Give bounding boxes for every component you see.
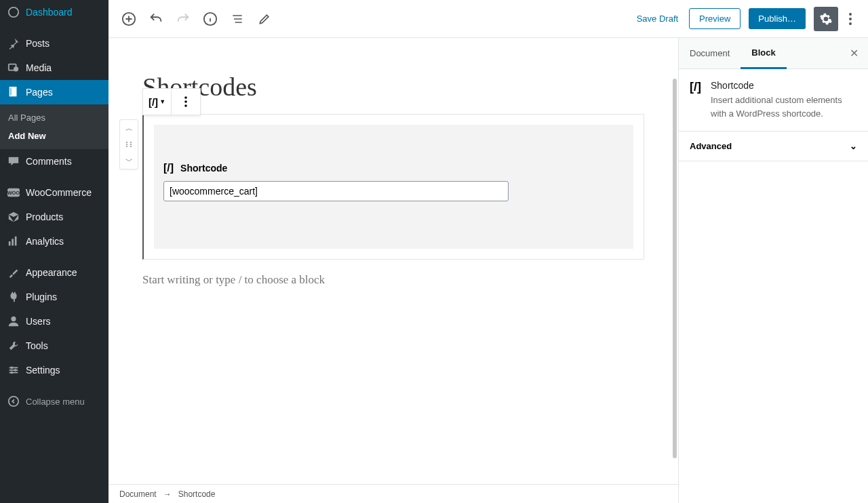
- settings-icon: [7, 363, 20, 377]
- breadcrumb-root[interactable]: Document: [119, 489, 157, 499]
- panel-tabs: Document Block ✕: [679, 38, 868, 69]
- sidebar-label: Pages: [26, 87, 53, 98]
- tool-icon: [7, 339, 20, 353]
- shortcode-icon: [/]: [690, 80, 701, 120]
- svg-point-25: [184, 104, 187, 107]
- move-down-button[interactable]: ﹀: [120, 153, 138, 169]
- info-button[interactable]: [198, 7, 222, 31]
- breadcrumb-leaf[interactable]: Shortcode: [178, 489, 216, 499]
- settings-panel-toggle[interactable]: [814, 7, 838, 31]
- products-icon: [7, 210, 20, 224]
- submenu-all-pages[interactable]: All Pages: [0, 108, 108, 127]
- sidebar-item-dashboard[interactable]: Dashboard: [0, 0, 108, 24]
- sidebar-label: Users: [26, 316, 51, 327]
- panel-body: [/] Shortcode Insert additional custom e…: [679, 69, 868, 131]
- more-menu-button[interactable]: [841, 7, 860, 31]
- drag-handle[interactable]: [120, 136, 138, 153]
- sidebar-label: Products: [26, 212, 63, 222]
- sidebar-label: Plugins: [26, 291, 57, 302]
- sidebar-label: Analytics: [26, 236, 64, 247]
- tab-block[interactable]: Block: [741, 38, 786, 69]
- svg-rect-7: [9, 241, 11, 245]
- scrollbar[interactable]: [673, 79, 677, 458]
- shortcode-icon: [/]: [163, 162, 174, 174]
- block-more-options[interactable]: [172, 89, 200, 115]
- editor-topbar: Save Draft Preview Publish…: [108, 0, 868, 38]
- sidebar-label: Appearance: [26, 267, 77, 278]
- sidebar-item-settings[interactable]: Settings: [0, 358, 108, 382]
- svg-point-29: [130, 144, 132, 145]
- collapse-label: Collapse menu: [26, 397, 85, 407]
- sidebar-item-posts[interactable]: Posts: [0, 31, 108, 56]
- page-title-input[interactable]: Shortcodes: [142, 72, 644, 102]
- sidebar-item-woocommerce[interactable]: WOO WooCommerce: [0, 180, 108, 205]
- outline-button[interactable]: [225, 7, 250, 31]
- block-movers: ︿ ﹀: [119, 119, 138, 169]
- editor-canvas-scroll[interactable]: Shortcodes [/]▼ ︿: [108, 38, 678, 484]
- sidebar-item-pages[interactable]: Pages: [0, 80, 108, 104]
- tab-document[interactable]: Document: [679, 39, 741, 68]
- svg-point-17: [9, 397, 18, 406]
- preview-button[interactable]: Preview: [689, 8, 741, 29]
- submenu-add-new[interactable]: Add New: [0, 127, 108, 145]
- svg-rect-8: [12, 239, 14, 245]
- close-panel-button[interactable]: ✕: [840, 47, 868, 60]
- appearance-icon: [7, 266, 20, 279]
- shortcode-block[interactable]: [/] Shortcode: [142, 114, 644, 260]
- sidebar-item-plugins[interactable]: Plugins: [0, 285, 108, 309]
- editor-main: Save Draft Preview Publish… Shortcodes […: [108, 0, 868, 503]
- svg-point-21: [849, 18, 852, 20]
- svg-point-14: [11, 367, 14, 369]
- svg-point-20: [849, 13, 852, 16]
- move-up-button[interactable]: ︿: [120, 120, 138, 136]
- sidebar-label: Tools: [26, 340, 48, 351]
- svg-point-30: [126, 146, 127, 147]
- comment-icon: [7, 155, 20, 168]
- shortcode-block-wrapper: [/]▼ ︿ ﹀: [142, 114, 644, 260]
- edit-mode-button[interactable]: [252, 7, 277, 31]
- sidebar-item-appearance[interactable]: Appearance: [0, 260, 108, 285]
- editor-column: Shortcodes [/]▼ ︿: [108, 38, 678, 503]
- svg-point-31: [130, 146, 132, 147]
- sidebar-item-products[interactable]: Products: [0, 205, 108, 229]
- sidebar-item-users[interactable]: Users: [0, 309, 108, 334]
- undo-button[interactable]: [144, 7, 168, 31]
- plugin-icon: [7, 290, 20, 304]
- svg-point-2: [14, 66, 18, 71]
- editor-workspace: Shortcodes [/]▼ ︿: [108, 38, 868, 503]
- shortcode-icon: [/]: [149, 96, 158, 108]
- svg-point-10: [11, 317, 16, 321]
- sidebar-collapse[interactable]: Collapse menu: [0, 389, 108, 414]
- svg-point-15: [14, 369, 17, 371]
- svg-rect-4: [11, 87, 16, 96]
- shortcode-input[interactable]: [163, 181, 509, 201]
- svg-rect-9: [15, 237, 17, 246]
- panel-section-advanced[interactable]: Advanced ⌄: [679, 131, 868, 161]
- analytics-icon: [7, 235, 20, 248]
- svg-point-28: [126, 144, 127, 145]
- sidebar-item-comments[interactable]: Comments: [0, 149, 108, 174]
- save-draft-button[interactable]: Save Draft: [629, 8, 686, 29]
- svg-text:WOO: WOO: [7, 190, 20, 196]
- dashboard-icon: [7, 5, 20, 19]
- chevron-down-icon: ⌄: [850, 141, 857, 151]
- sidebar-label: Media: [26, 62, 52, 73]
- block-type-switcher[interactable]: [/]▼: [143, 89, 172, 115]
- woo-icon: WOO: [7, 186, 20, 199]
- sidebar-label: Comments: [26, 156, 72, 167]
- new-block-placeholder[interactable]: Start writing or type / to choose a bloc…: [142, 273, 644, 287]
- redo-button[interactable]: [171, 7, 195, 31]
- sidebar-item-analytics[interactable]: Analytics: [0, 229, 108, 254]
- sidebar-item-media[interactable]: Media: [0, 56, 108, 80]
- sidebar-label: Settings: [26, 365, 60, 376]
- sidebar-item-tools[interactable]: Tools: [0, 334, 108, 358]
- publish-button[interactable]: Publish…: [749, 8, 806, 29]
- svg-point-26: [126, 142, 127, 143]
- shortcode-block-label: Shortcode: [180, 163, 227, 174]
- svg-point-16: [11, 371, 14, 374]
- sidebar-label: Dashboard: [26, 7, 73, 18]
- settings-panel: Document Block ✕ [/] Shortcode Insert ad…: [678, 38, 868, 503]
- panel-section-label: Advanced: [690, 141, 732, 151]
- add-block-button[interactable]: [117, 7, 141, 31]
- svg-point-24: [184, 100, 187, 103]
